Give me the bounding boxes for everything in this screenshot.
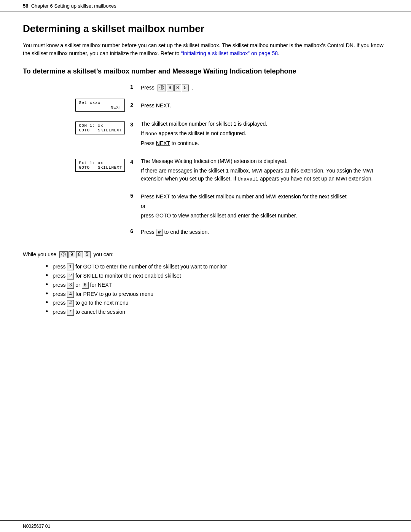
key-end-session: ☎	[156, 229, 163, 236]
lcd-ext1-goto: GOTO SKILL	[79, 165, 111, 170]
key-5: 5	[182, 85, 189, 91]
step-5-number: 5	[130, 193, 133, 199]
step-3-num-area: CDN 1: xx GOTO SKILL NEXT 3	[23, 120, 141, 134]
lcd-cdn1-label: CDN 1: xx	[79, 123, 103, 128]
bullet-item-1: • press 1 for GOTO to enter the number o…	[46, 262, 388, 272]
step-5-num-area: 5	[23, 193, 141, 199]
step-1-text: Press ⓢ 9 8 5 .	[141, 84, 388, 92]
key-9-b: 9	[68, 251, 75, 258]
step-6-num-area: 6	[23, 228, 141, 234]
bullet-dot-4: •	[46, 290, 48, 297]
intro-paragraph: You must know a skillset mailbox number …	[23, 42, 388, 58]
key-8-b: 8	[76, 251, 83, 258]
key-2: 2	[67, 273, 74, 280]
bullet-dot-6: •	[46, 308, 48, 315]
lcd-set-next: NEXT	[111, 105, 121, 110]
lcd-set-label: Set xxxx	[79, 101, 100, 105]
step-1-num-area: 1	[23, 84, 141, 90]
step-3-none: None	[145, 131, 157, 137]
step-5-text2: press GOTO to view another skillset and …	[141, 212, 388, 220]
intro-link[interactable]: “Initializing a skillset mailbox” on pag…	[181, 50, 278, 56]
lcd-ext1-next: NEXT	[111, 165, 122, 170]
key-9: 9	[167, 85, 174, 91]
bullet-text-2: press 2 for SKILL to monitor the next en…	[53, 272, 181, 281]
step-1-row: 1 Press ⓢ 9 8 5 .	[23, 84, 388, 93]
step-6-body: Press ☎ to end the session.	[141, 228, 388, 238]
key-8: 8	[174, 85, 181, 91]
step-2-text: Press NEXT.	[141, 102, 388, 110]
step-5-text1: Press NEXT to view the skillset mailbox …	[141, 193, 388, 201]
steps-area: 1 Press ⓢ 9 8 5 .	[23, 84, 388, 243]
step-4-unavail: Unavail	[237, 176, 258, 182]
step-2-num-area: Set xxxx NEXT 2	[23, 99, 141, 112]
bullet-text-1: press 1 for GOTO to enter the number of …	[53, 262, 227, 272]
step-4-lcd: Ext 1: xx GOTO SKILL NEXT	[75, 159, 125, 172]
lcd-ext1-row1: Ext 1: xx	[79, 161, 121, 165]
step-2-body: Press NEXT.	[141, 99, 388, 111]
key-6: 6	[82, 282, 89, 289]
step-2-row: Set xxxx NEXT 2 Press NEXT.	[23, 99, 388, 112]
key-1: 1	[67, 264, 74, 270]
key-star: *	[67, 309, 74, 316]
lcd-cdn1-row2: GOTO SKILL NEXT	[79, 128, 121, 133]
step-3-body: The skillset mailbox number for skillset…	[141, 120, 388, 149]
bullet-dot-2: •	[46, 272, 48, 279]
bullet-text-6: press * to cancel the session	[53, 308, 125, 317]
bullet-section: While you use ⓢ 9 8 5 you can: • press 1…	[23, 251, 388, 317]
step-3-number: 3	[130, 121, 133, 128]
key-4: 4	[67, 291, 74, 298]
bullet-item-4: • press 4 for PREV to go to previous men…	[46, 290, 388, 299]
lcd-ext1: Ext 1: xx GOTO SKILL NEXT	[75, 159, 125, 172]
lcd-set-xxxx: Set xxxx NEXT	[75, 99, 125, 112]
step-6-number: 6	[130, 228, 133, 234]
step-4-text1: The Message Waiting Indication (MWI) ext…	[141, 157, 388, 165]
bullet-text-5: press # to go to the next menu	[53, 299, 128, 308]
step-4-text2: If there are messages in the skillset 1 …	[141, 167, 388, 183]
bullet-text-4: press 4 for PREV to go to previous menu	[53, 290, 153, 299]
header-page-num: 56	[23, 3, 28, 9]
step-4-num-area: Ext 1: xx GOTO SKILL NEXT 4	[23, 157, 141, 172]
lcd-ext1-row2: GOTO SKILL NEXT	[79, 165, 121, 170]
key-5-b: 5	[84, 251, 91, 258]
footer-doc-number: N0025637 01	[23, 524, 50, 529]
step-1-number: 1	[130, 84, 133, 90]
key-3: 3	[67, 282, 74, 289]
bullet-dot-1: •	[46, 263, 48, 270]
lcd-ext1-label: Ext 1: xx	[79, 161, 103, 165]
page-header: 56 Chapter 6 Setting up skillset mailbox…	[0, 0, 411, 11]
step-5-or: or	[141, 202, 388, 210]
page-title: Determining a skillset mailbox number	[23, 23, 388, 35]
bullet-dot-5: •	[46, 299, 48, 306]
lcd-cdn1-row1: CDN 1: xx	[79, 123, 121, 128]
cmd-next-3: NEXT	[156, 140, 170, 146]
key-hash: #	[67, 300, 74, 307]
bullet-intro: While you use ⓢ 9 8 5 you can:	[23, 251, 388, 259]
step-5-body: Press NEXT to view the skillset mailbox …	[141, 193, 388, 221]
step-3-text3: Press NEXT to continue.	[141, 139, 388, 147]
step-3-row: CDN 1: xx GOTO SKILL NEXT 3 The skillset…	[23, 120, 388, 149]
key-c-b: ⓢ	[59, 251, 68, 258]
page-container: 56 Chapter 6 Setting up skillset mailbox…	[0, 0, 411, 532]
bullet-item-3: • press 3 or 6 for NEXT	[46, 281, 388, 290]
step-4-body: The Message Waiting Indication (MWI) ext…	[141, 157, 388, 185]
bullet-list: • press 1 for GOTO to enter the number o…	[46, 262, 388, 317]
step-6-text: Press ☎ to end the session.	[141, 228, 388, 236]
step-5-row: 5 Press NEXT to view the skillset mailbo…	[23, 193, 388, 221]
step-6-row: 6 Press ☎ to end the session.	[23, 228, 388, 238]
lcd-cdn1-next: NEXT	[111, 128, 122, 133]
header-text: 56 Chapter 6 Setting up skillset mailbox…	[23, 3, 116, 9]
step-3-text1: The skillset mailbox number for skillset…	[141, 120, 388, 128]
step-3-text2: If None appears the skillset is not conf…	[141, 129, 388, 138]
page-footer: N0025637 01	[0, 520, 411, 532]
lcd-cdn1-goto: GOTO SKILL	[79, 128, 111, 133]
bullet-dot-3: •	[46, 281, 48, 288]
key-seq-bullet: ⓢ 9 8 5	[59, 251, 91, 258]
step-4-number: 4	[130, 159, 133, 165]
bullet-text-3: press 3 or 6 for NEXT	[53, 281, 112, 290]
step-2-lcd: Set xxxx NEXT	[75, 99, 125, 112]
bullet-item-2: • press 2 for SKILL to monitor the next …	[46, 272, 388, 281]
key-c: ⓢ	[158, 85, 166, 91]
lcd-cdn1: CDN 1: xx GOTO SKILL NEXT	[75, 121, 125, 134]
step-3-lcd: CDN 1: xx GOTO SKILL NEXT	[75, 121, 125, 134]
main-content: Determining a skillset mailbox number Yo…	[0, 11, 411, 340]
